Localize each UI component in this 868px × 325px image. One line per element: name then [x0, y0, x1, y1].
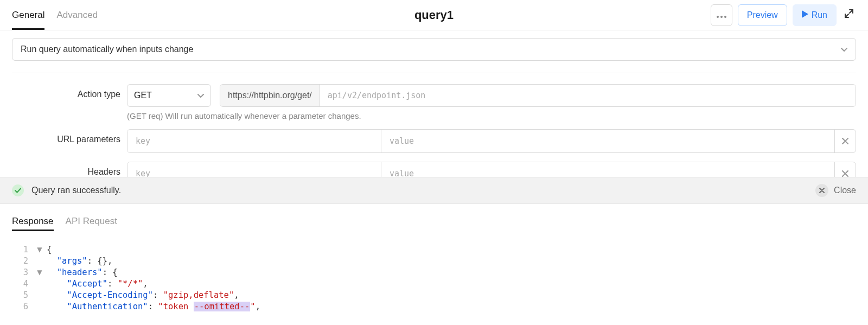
- tab-response[interactable]: Response: [12, 216, 54, 231]
- play-icon: [802, 10, 808, 20]
- action-type-label: Action type: [12, 84, 127, 99]
- url-param-value-input[interactable]: [381, 130, 835, 152]
- code-line: 6 "Authentication": "token --omitted--",: [12, 301, 856, 313]
- code-content: "Accept": "*/*",: [47, 278, 148, 290]
- status-bar: Query ran successfully. Close: [0, 177, 868, 204]
- url-parameters-label: URL parameters: [12, 129, 127, 144]
- line-number: 2: [12, 256, 33, 267]
- row-action-type: Action type GET https://httpbin.org/get/…: [12, 84, 856, 120]
- code-content: "Authentication": "token --omitted--",: [47, 301, 260, 313]
- more-actions-button[interactable]: [711, 4, 732, 26]
- run-button[interactable]: Run: [793, 4, 837, 26]
- action-type-hint: (GET req) Will run automatically wheneve…: [127, 111, 856, 120]
- tab-advanced[interactable]: Advanced: [56, 0, 98, 30]
- url-param-key-input[interactable]: [127, 130, 381, 152]
- ellipsis-icon: [717, 10, 726, 20]
- config-tabs: General Advanced: [12, 0, 98, 30]
- url-params-kv-row: [127, 129, 856, 153]
- http-method-value: GET: [134, 91, 152, 100]
- code-line: 3▼ "headers": {: [12, 267, 856, 278]
- fold-toggle-icon[interactable]: ▼: [33, 267, 47, 278]
- line-number: 5: [12, 290, 33, 301]
- status-close-label: Close: [834, 186, 856, 195]
- svg-point-2: [724, 16, 726, 18]
- row-url-parameters: URL parameters: [12, 129, 856, 153]
- expand-button[interactable]: [842, 4, 856, 26]
- run-mode-label: Run query automatically when inputs chan…: [21, 44, 193, 54]
- line-number: 3: [12, 267, 33, 278]
- status-message: Query ran successfully.: [31, 186, 121, 195]
- response-json-viewer[interactable]: 1▼{2 "args": {},3▼ "headers": {4 "Accept…: [0, 234, 868, 313]
- preview-button[interactable]: Preview: [738, 4, 787, 26]
- fold-toggle-icon: [33, 256, 47, 267]
- chevron-down-icon: [197, 91, 204, 100]
- code-content: {: [47, 244, 52, 256]
- fold-toggle-icon: [33, 301, 47, 313]
- tab-general[interactable]: General: [12, 0, 44, 30]
- response-tabs: Response API Request: [0, 204, 868, 234]
- base-url: https://httpbin.org/get/: [220, 85, 320, 106]
- code-line: 4 "Accept": "*/*",: [12, 278, 856, 290]
- remove-row-button[interactable]: [835, 130, 856, 152]
- url-group: https://httpbin.org/get/: [220, 84, 856, 107]
- svg-point-1: [720, 16, 723, 18]
- http-method-select[interactable]: GET: [127, 84, 211, 107]
- config-panel: Run query automatically when inputs chan…: [0, 30, 868, 186]
- svg-point-0: [717, 16, 719, 18]
- code-line: 2 "args": {},: [12, 256, 856, 267]
- expand-icon: [845, 9, 853, 21]
- code-content: "headers": {: [47, 267, 118, 278]
- line-number: 6: [12, 301, 33, 313]
- fold-toggle-icon[interactable]: ▼: [33, 244, 47, 256]
- code-content: "Accept-Encoding": "gzip,deflate",: [47, 290, 239, 301]
- headers-label: Headers: [12, 162, 127, 177]
- line-number: 4: [12, 278, 33, 290]
- run-mode-dropdown[interactable]: Run query automatically when inputs chan…: [12, 38, 856, 61]
- status-close-button[interactable]: Close: [815, 184, 856, 197]
- close-icon: [842, 137, 848, 146]
- close-icon: [815, 184, 828, 197]
- editor-header: General Advanced query1 Preview Run: [0, 0, 868, 30]
- code-line: 1▼{: [12, 244, 856, 256]
- run-button-label: Run: [812, 10, 827, 20]
- chevron-down-icon: [841, 44, 847, 54]
- fold-toggle-icon: [33, 278, 47, 290]
- tab-api-request[interactable]: API Request: [66, 216, 117, 231]
- code-content: "args": {},: [47, 256, 112, 267]
- url-path-input[interactable]: [320, 85, 856, 106]
- success-icon: [12, 184, 24, 196]
- line-number: 1: [12, 244, 33, 256]
- section-divider: [12, 73, 856, 73]
- code-line: 5 "Accept-Encoding": "gzip,deflate",: [12, 290, 856, 301]
- fold-toggle-icon: [33, 290, 47, 301]
- query-title[interactable]: query1: [414, 8, 454, 22]
- header-actions: Preview Run: [711, 4, 856, 26]
